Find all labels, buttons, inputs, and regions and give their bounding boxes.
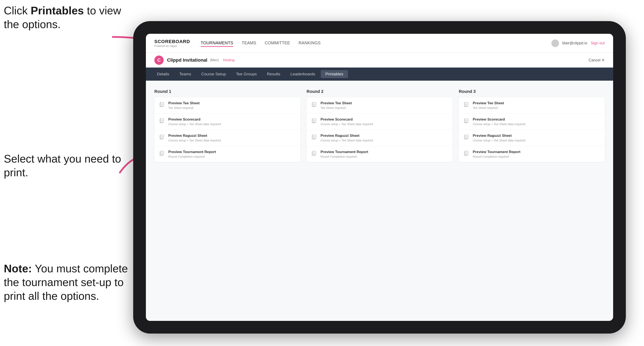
tab-teams[interactable]: Teams	[175, 70, 196, 78]
round-3-card: Preview Tee SheetTee Sheet required Prev…	[459, 97, 605, 162]
nav-link-tournaments[interactable]: TOURNAMENTS	[201, 40, 233, 47]
tournament-name: Clippd Invitational	[167, 57, 208, 63]
print-item-title-r1-1: Preview Tee Sheet	[168, 101, 296, 105]
top-nav: SCOREBOARD Powered by clippd TOURNAMENTS…	[146, 34, 613, 53]
print-icon-r3-4	[463, 150, 470, 157]
annotation-top: Click Printables to view the options.	[4, 4, 122, 31]
print-item-r3-3[interactable]: Preview Raguzzi SheetCourse setup + Tee …	[459, 130, 605, 146]
print-item-subtitle-r3-1: Tee Sheet required	[473, 106, 600, 110]
print-icon-r1-1	[158, 102, 165, 108]
print-item-title-r1-2: Preview Scorecard	[168, 117, 296, 122]
print-item-subtitle-r1-2: Course setup + Tee Sheet data required	[168, 122, 296, 126]
print-item-text-r1-1: Preview Tee SheetTee Sheet required	[168, 101, 296, 110]
nav-link-committee[interactable]: COMMITTEE	[265, 40, 290, 47]
svg-rect-43	[465, 102, 468, 106]
print-item-subtitle-r2-4: Round Completion required	[320, 155, 448, 158]
print-icon-r2-1	[311, 102, 318, 108]
print-icon-r3-1	[463, 102, 470, 108]
tab-results[interactable]: Results	[262, 70, 285, 78]
print-item-subtitle-r1-3: Course setup + Tee Sheet data required	[168, 139, 296, 142]
round-3-column: Round 3 Preview Tee SheetTee Sheet requi…	[459, 89, 605, 162]
tab-printables[interactable]: Printables	[321, 70, 348, 78]
print-item-title-r3-2: Preview Scorecard	[473, 117, 600, 122]
nav-link-teams[interactable]: TEAMS	[242, 40, 256, 47]
print-item-r1-4[interactable]: Preview Tournament ReportRound Completio…	[154, 146, 300, 162]
print-item-r2-3[interactable]: Preview Raguzzi SheetCourse setup + Tee …	[306, 130, 452, 146]
svg-rect-58	[465, 151, 468, 155]
round-2-title: Round 2	[306, 89, 452, 94]
cancel-button[interactable]: Cancel ✕	[588, 58, 605, 62]
rounds-grid: Round 1 Preview Tee SheetTee Sheet requi…	[154, 89, 605, 162]
svg-rect-28	[313, 119, 316, 122]
print-item-r2-4[interactable]: Preview Tournament ReportRound Completio…	[306, 146, 452, 162]
print-item-r3-4[interactable]: Preview Tournament ReportRound Completio…	[459, 146, 605, 162]
nav-link-rankings[interactable]: RANKINGS	[298, 40, 320, 47]
user-email: blair@clippd.io	[562, 41, 587, 45]
tournament-header: C Clippd Invitational (Men) Hosting Canc…	[146, 53, 613, 68]
print-item-text-r3-4: Preview Tournament ReportRound Completio…	[473, 150, 600, 158]
svg-rect-3	[161, 102, 164, 106]
annotation-middle: Select what you need to print.	[4, 152, 122, 179]
round-1-column: Round 1 Preview Tee SheetTee Sheet requi…	[154, 89, 300, 162]
print-item-r1-1[interactable]: Preview Tee SheetTee Sheet required	[154, 97, 300, 114]
print-item-title-r3-3: Preview Raguzzi Sheet	[473, 134, 600, 138]
print-item-title-r3-4: Preview Tournament Report	[473, 150, 600, 154]
svg-rect-13	[161, 135, 164, 139]
print-item-r3-2[interactable]: Preview ScorecardCourse setup + Tee Shee…	[459, 114, 605, 130]
print-item-subtitle-r2-2: Course setup + Tee Sheet data required	[320, 122, 448, 126]
print-item-text-r1-4: Preview Tournament ReportRound Completio…	[168, 150, 296, 158]
svg-rect-18	[161, 151, 164, 155]
print-item-text-r3-1: Preview Tee SheetTee Sheet required	[473, 101, 600, 110]
print-item-subtitle-r1-4: Round Completion required	[168, 155, 296, 158]
print-item-text-r1-2: Preview ScorecardCourse setup + Tee Shee…	[168, 117, 296, 126]
print-item-r1-3[interactable]: Preview Raguzzi SheetCourse setup + Tee …	[154, 130, 300, 146]
tournament-logo-icon: C	[154, 55, 164, 65]
svg-rect-48	[465, 119, 468, 122]
top-nav-links: TOURNAMENTS TEAMS COMMITTEE RANKINGS	[201, 40, 552, 47]
svg-rect-33	[313, 135, 316, 139]
print-icon-r2-3	[311, 134, 318, 141]
print-item-text-r3-2: Preview ScorecardCourse setup + Tee Shee…	[473, 117, 600, 126]
svg-rect-53	[465, 135, 468, 139]
print-item-text-r2-4: Preview Tournament ReportRound Completio…	[320, 150, 448, 158]
round-1-title: Round 1	[154, 89, 300, 94]
print-item-text-r1-3: Preview Raguzzi SheetCourse setup + Tee …	[168, 134, 296, 142]
print-item-r1-2[interactable]: Preview ScorecardCourse setup + Tee Shee…	[154, 114, 300, 130]
tab-leaderboards[interactable]: Leaderboards	[286, 70, 320, 78]
tab-tee-groups[interactable]: Tee Groups	[231, 70, 261, 78]
print-item-title-r1-4: Preview Tournament Report	[168, 150, 296, 154]
print-item-subtitle-r1-1: Tee Sheet required	[168, 106, 296, 110]
print-item-subtitle-r3-3: Course setup + Tee Sheet data required	[473, 139, 600, 142]
print-icon-r3-3	[463, 134, 470, 141]
print-item-title-r2-1: Preview Tee Sheet	[320, 101, 448, 105]
print-item-subtitle-r2-3: Course setup + Tee Sheet data required	[320, 139, 448, 142]
logo-sub: Powered by clippd	[154, 44, 190, 47]
print-icon-r3-2	[463, 118, 470, 125]
tab-details[interactable]: Details	[152, 70, 174, 78]
app-logo: SCOREBOARD Powered by clippd	[154, 39, 190, 47]
print-item-subtitle-r3-4: Round Completion required	[473, 155, 600, 158]
round-2-column: Round 2 Preview Tee SheetTee Sheet requi…	[306, 89, 452, 162]
svg-rect-38	[313, 151, 316, 155]
user-avatar	[552, 39, 559, 47]
print-item-r2-2[interactable]: Preview ScorecardCourse setup + Tee Shee…	[306, 114, 452, 130]
print-item-title-r2-3: Preview Raguzzi Sheet	[320, 134, 448, 138]
svg-rect-8	[161, 119, 164, 122]
round-1-card: Preview Tee SheetTee Sheet required Prev…	[154, 97, 300, 162]
tab-course-setup[interactable]: Course Setup	[197, 70, 230, 78]
print-icon-r1-2	[158, 118, 165, 125]
main-content: Round 1 Preview Tee SheetTee Sheet requi…	[146, 81, 613, 321]
print-icon-r1-3	[158, 134, 165, 141]
tournament-tag: (Men)	[210, 58, 219, 62]
print-icon-r1-4	[158, 150, 165, 157]
print-item-r3-1[interactable]: Preview Tee SheetTee Sheet required	[459, 97, 605, 114]
print-item-title-r2-2: Preview Scorecard	[320, 117, 448, 122]
print-item-text-r2-3: Preview Raguzzi SheetCourse setup + Tee …	[320, 134, 448, 142]
round-2-card: Preview Tee SheetTee Sheet required Prev…	[306, 97, 452, 162]
svg-rect-23	[313, 102, 316, 106]
logo-title: SCOREBOARD	[154, 39, 190, 44]
sign-out-link[interactable]: Sign out	[591, 41, 605, 45]
print-item-subtitle-r3-2: Course setup + Tee Sheet data required	[473, 122, 600, 126]
top-nav-right: blair@clippd.io Sign out	[552, 39, 605, 47]
print-item-r2-1[interactable]: Preview Tee SheetTee Sheet required	[306, 97, 452, 114]
